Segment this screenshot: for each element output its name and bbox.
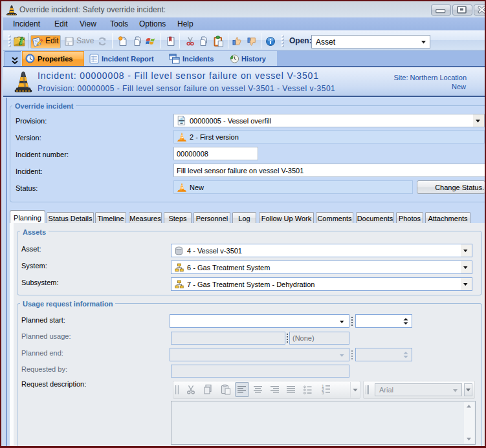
svg-text:3: 3 <box>322 390 324 395</box>
